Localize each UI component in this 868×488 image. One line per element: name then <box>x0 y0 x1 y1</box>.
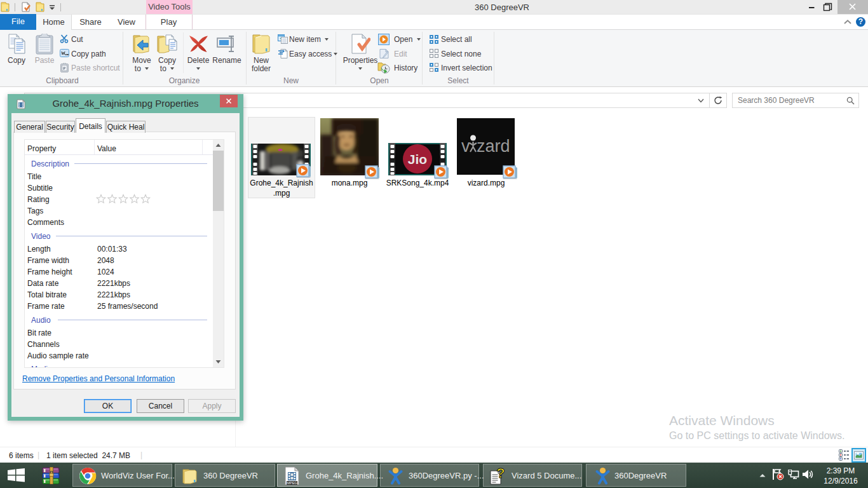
svg-text:v: v <box>461 137 470 156</box>
svg-text:?: ? <box>496 467 505 481</box>
svg-text:MPEG: MPEG <box>287 481 297 485</box>
svg-text:Jio: Jio <box>408 152 427 166</box>
svg-text:zard: zard <box>477 137 510 156</box>
